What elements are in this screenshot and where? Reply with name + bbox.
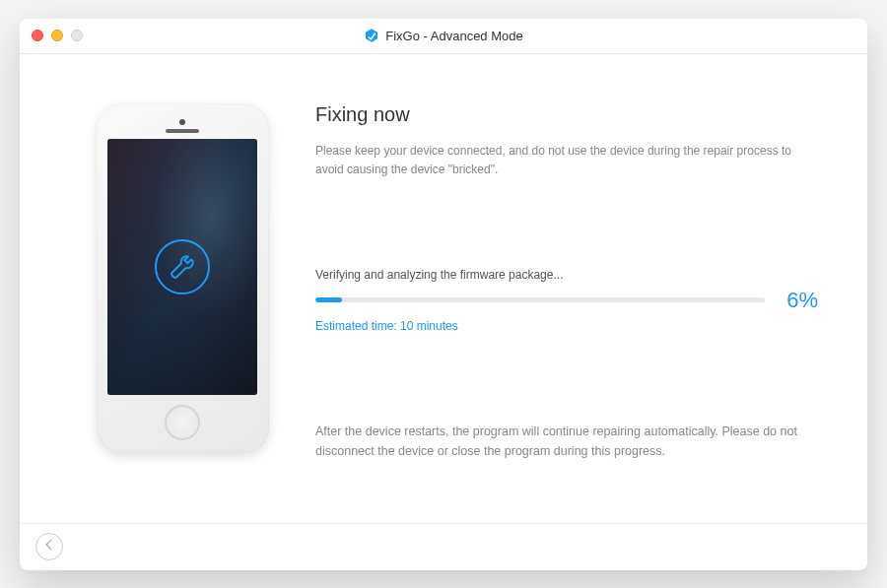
- device-top: [106, 113, 259, 139]
- device-preview-pane: [69, 94, 296, 523]
- fixgo-icon: [364, 28, 379, 43]
- wrench-icon: [155, 239, 210, 294]
- window-title-group: FixGo - Advanced Mode: [364, 28, 522, 43]
- page-description: Please keep your device connected, and d…: [315, 142, 818, 179]
- estimated-time: Estimated time: 10 minutes: [315, 319, 818, 333]
- app-window: FixGo - Advanced Mode: [20, 19, 867, 570]
- window-title: FixGo - Advanced Mode: [385, 29, 522, 43]
- minimize-window-button[interactable]: [51, 30, 63, 41]
- device-screen: [107, 139, 257, 395]
- progress-percent: 6%: [779, 288, 818, 313]
- device-speaker: [166, 129, 199, 133]
- titlebar: FixGo - Advanced Mode: [20, 19, 867, 54]
- device-mockup: [97, 103, 269, 453]
- page-heading: Fixing now: [315, 103, 818, 126]
- progress-status-text: Verifying and analyzing the firmware pac…: [315, 268, 818, 282]
- footer-note: After the device restarts, the program w…: [315, 422, 818, 461]
- content-area: Fixing now Please keep your device conne…: [20, 54, 867, 523]
- maximize-window-button: [71, 30, 83, 41]
- progress-bar: [315, 297, 765, 302]
- device-home-button: [165, 405, 200, 440]
- back-button[interactable]: [35, 533, 63, 560]
- close-window-button[interactable]: [32, 30, 43, 41]
- bottom-bar: [20, 523, 867, 570]
- progress-fill: [315, 297, 342, 302]
- arrow-left-icon: [42, 538, 56, 555]
- device-camera: [179, 119, 185, 125]
- progress-row: 6%: [315, 288, 818, 313]
- main-pane: Fixing now Please keep your device conne…: [296, 94, 818, 523]
- window-controls: [32, 30, 83, 41]
